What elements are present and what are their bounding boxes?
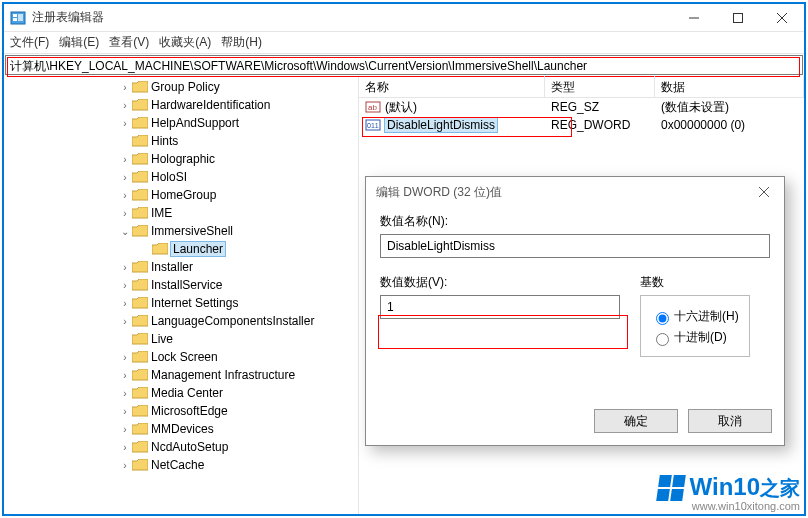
- tree-item[interactable]: Hints: [8, 132, 358, 150]
- chevron-right-icon[interactable]: ›: [118, 208, 132, 219]
- radio-dec-label: 十进制(D): [674, 329, 727, 346]
- menu-file[interactable]: 文件(F): [10, 34, 49, 51]
- tree-item-label: Management Infrastructure: [151, 368, 295, 382]
- col-data[interactable]: 数据: [655, 76, 804, 98]
- regedit-icon: [10, 10, 26, 26]
- minimize-button[interactable]: [672, 4, 716, 32]
- tree-item[interactable]: ›HoloSI: [8, 168, 358, 186]
- chevron-right-icon[interactable]: ›: [118, 280, 132, 291]
- chevron-right-icon[interactable]: ›: [118, 370, 132, 381]
- chevron-right-icon[interactable]: ›: [118, 82, 132, 93]
- tree-item[interactable]: ›NetCache: [8, 456, 358, 474]
- tree-item[interactable]: Launcher: [8, 240, 358, 258]
- tree-item-label: ImmersiveShell: [151, 224, 233, 238]
- folder-icon: [132, 315, 148, 328]
- value-name-input[interactable]: [380, 234, 770, 258]
- tree-item-label: Live: [151, 332, 173, 346]
- chevron-right-icon[interactable]: ›: [118, 406, 132, 417]
- tree-item[interactable]: ›Management Infrastructure: [8, 366, 358, 384]
- address-bar[interactable]: 计算机\HKEY_LOCAL_MACHINE\SOFTWARE\Microsof…: [5, 55, 803, 75]
- folder-icon: [152, 243, 168, 256]
- folder-icon: [132, 135, 148, 148]
- chevron-right-icon[interactable]: ›: [118, 460, 132, 471]
- menu-favorites[interactable]: 收藏夹(A): [159, 34, 211, 51]
- ok-button[interactable]: 确定: [594, 409, 678, 433]
- dialog-close-button[interactable]: [744, 177, 784, 207]
- menu-bar: 文件(F) 编辑(E) 查看(V) 收藏夹(A) 帮助(H): [4, 32, 804, 54]
- tree-item[interactable]: ›IME: [8, 204, 358, 222]
- values-panel: 名称 类型 数据 ab(默认) REG_SZ (数值未设置) 011Disabl…: [359, 76, 804, 514]
- tree-item[interactable]: ›Internet Settings: [8, 294, 358, 312]
- tree-item[interactable]: ›InstallService: [8, 276, 358, 294]
- tree-item-label: IME: [151, 206, 172, 220]
- tree-item[interactable]: ›HardwareIdentification: [8, 96, 358, 114]
- folder-icon: [132, 261, 148, 274]
- value-row[interactable]: ab(默认) REG_SZ (数值未设置): [359, 98, 804, 116]
- watermark-suffix: 之家: [760, 477, 800, 499]
- tree-item[interactable]: ›HomeGroup: [8, 186, 358, 204]
- tree-item-label: Hints: [151, 134, 178, 148]
- chevron-right-icon[interactable]: ›: [118, 262, 132, 273]
- tree-item[interactable]: ›LanguageComponentsInstaller: [8, 312, 358, 330]
- tree-item[interactable]: ⌄ImmersiveShell: [8, 222, 358, 240]
- folder-icon: [132, 297, 148, 310]
- maximize-button[interactable]: [716, 4, 760, 32]
- tree-item-label: Lock Screen: [151, 350, 218, 364]
- chevron-down-icon[interactable]: ⌄: [118, 226, 132, 237]
- value-name: DisableLightDismiss: [385, 118, 497, 132]
- chevron-right-icon[interactable]: ›: [118, 298, 132, 309]
- cancel-button[interactable]: 取消: [688, 409, 772, 433]
- value-row[interactable]: 011DisableLightDismiss REG_DWORD 0x00000…: [359, 116, 804, 134]
- tree-item[interactable]: ›Group Policy: [8, 78, 358, 96]
- col-type[interactable]: 类型: [545, 76, 655, 98]
- chevron-right-icon[interactable]: ›: [118, 118, 132, 129]
- menu-help[interactable]: 帮助(H): [221, 34, 262, 51]
- menu-view[interactable]: 查看(V): [109, 34, 149, 51]
- value-data: 0x00000000 (0): [655, 118, 804, 132]
- tree-view[interactable]: ›Group Policy›HardwareIdentification›Hel…: [4, 76, 359, 514]
- chevron-right-icon[interactable]: ›: [118, 154, 132, 165]
- menu-edit[interactable]: 编辑(E): [59, 34, 99, 51]
- tree-item[interactable]: ›MMDevices: [8, 420, 358, 438]
- tree-item[interactable]: ›Lock Screen: [8, 348, 358, 366]
- windows-logo-icon: [656, 475, 686, 501]
- tree-item[interactable]: ›NcdAutoSetup: [8, 438, 358, 456]
- tree-item[interactable]: Live: [8, 330, 358, 348]
- radio-dec[interactable]: 十进制(D): [651, 329, 739, 346]
- chevron-right-icon[interactable]: ›: [118, 442, 132, 453]
- tree-item-label: NetCache: [151, 458, 204, 472]
- col-name[interactable]: 名称: [359, 76, 545, 98]
- folder-icon: [132, 189, 148, 202]
- chevron-right-icon[interactable]: ›: [118, 190, 132, 201]
- tree-item-label: HoloSI: [151, 170, 187, 184]
- chevron-right-icon[interactable]: ›: [118, 352, 132, 363]
- value-type: REG_SZ: [545, 100, 655, 114]
- folder-icon: [132, 333, 148, 346]
- watermark-brand: Win10: [690, 473, 760, 500]
- tree-item-label: NcdAutoSetup: [151, 440, 228, 454]
- radio-hex[interactable]: 十六进制(H): [651, 308, 739, 325]
- folder-icon: [132, 171, 148, 184]
- chevron-right-icon[interactable]: ›: [118, 316, 132, 327]
- dword-icon: 011: [365, 117, 381, 133]
- tree-item[interactable]: ›MicrosoftEdge: [8, 402, 358, 420]
- folder-icon: [132, 81, 148, 94]
- folder-icon: [132, 405, 148, 418]
- edit-dword-dialog: 编辑 DWORD (32 位)值 数值名称(N): 数值数据(V): 基数: [365, 176, 785, 446]
- tree-item-label: HelpAndSupport: [151, 116, 239, 130]
- tree-item[interactable]: ›Holographic: [8, 150, 358, 168]
- tree-item[interactable]: ›HelpAndSupport: [8, 114, 358, 132]
- close-button[interactable]: [760, 4, 804, 32]
- watermark-url: www.win10xitong.com: [658, 500, 800, 512]
- tree-item[interactable]: ›Installer: [8, 258, 358, 276]
- chevron-right-icon[interactable]: ›: [118, 100, 132, 111]
- folder-icon: [132, 423, 148, 436]
- chevron-right-icon[interactable]: ›: [118, 172, 132, 183]
- chevron-right-icon[interactable]: ›: [118, 388, 132, 399]
- chevron-right-icon[interactable]: ›: [118, 424, 132, 435]
- tree-item[interactable]: ›Media Center: [8, 384, 358, 402]
- tree-item-label: Internet Settings: [151, 296, 238, 310]
- tree-item-label: LanguageComponentsInstaller: [151, 314, 314, 328]
- value-data-input[interactable]: [380, 295, 620, 319]
- dialog-title: 编辑 DWORD (32 位)值: [376, 184, 502, 201]
